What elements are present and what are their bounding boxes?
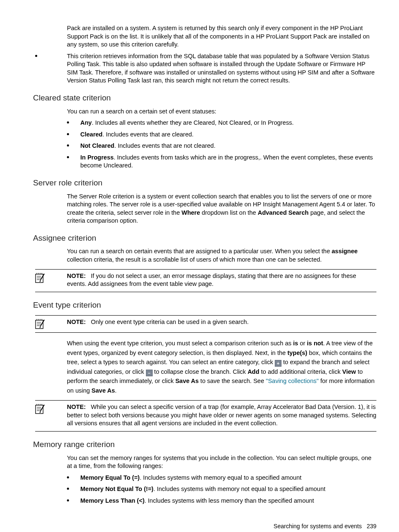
- bullet-icon: [67, 133, 69, 135]
- s3-paragraph: You can run a search on certain events t…: [67, 247, 376, 264]
- text: You can run a search on certain events t…: [67, 248, 332, 254]
- text: to add additional criteria, click: [259, 368, 342, 375]
- text-bold: assignee: [332, 248, 358, 254]
- definition: . Includes systems with less memory than…: [145, 497, 314, 504]
- page-number: 239: [367, 523, 376, 529]
- text: or: [298, 340, 307, 347]
- definition: . Includes all events whether they are C…: [92, 119, 294, 126]
- term: Cleared: [80, 131, 102, 138]
- svg-line-18: [40, 320, 44, 326]
- definition: . Includes events that are not cleared.: [114, 142, 215, 149]
- s1-lead: You can run a search on a certain set of…: [67, 108, 376, 116]
- text-bold: is: [293, 340, 298, 347]
- list-item: Memory Less Than (<). Includes systems w…: [67, 497, 376, 505]
- link-saving-collections[interactable]: "Saving collections": [266, 378, 319, 384]
- bullet-icon: [67, 499, 69, 501]
- definition: . Includes events from tasks which are i…: [80, 154, 373, 169]
- intro-paragraph-2: This criterion retrieves information fro…: [67, 52, 376, 85]
- term: Not Cleared: [80, 142, 114, 149]
- footer-title: Searching for systems and events: [274, 523, 362, 529]
- expand-icon: +: [275, 360, 281, 367]
- term: Any: [80, 119, 92, 126]
- term: Memory Equal To (=): [80, 474, 140, 481]
- text-bold: type(s): [287, 350, 307, 356]
- note-label: NOTE:: [67, 319, 86, 325]
- svg-line-28: [40, 405, 44, 411]
- definition: . Includes events that are cleared.: [102, 131, 194, 138]
- s4-paragraph: When using the event type criterion, you…: [67, 339, 376, 395]
- term: In Progress: [80, 154, 114, 161]
- text-bold: Where: [182, 209, 200, 216]
- bullet-icon: [67, 156, 69, 158]
- text: dropdown list on the: [200, 209, 258, 216]
- list-item: In Progress. Includes events from tasks …: [67, 154, 376, 170]
- definition: . Includes systems with memory equal to …: [140, 474, 302, 481]
- list-item: Cleared. Includes events that are cleare…: [67, 131, 376, 139]
- svg-marker-29: [39, 411, 41, 413]
- note-text: Only one event type criteria can be used…: [91, 319, 248, 325]
- text-bold: is not: [307, 340, 323, 347]
- s5-lead: You can set the memory ranges for system…: [67, 454, 376, 470]
- text: to collapse close the branch. Click: [153, 368, 248, 375]
- svg-marker-9: [39, 280, 41, 282]
- intro-bullet: This criterion retrieves information fro…: [35, 52, 376, 85]
- heading-event-type: Event type criterion: [33, 300, 376, 311]
- bullet-icon: [67, 476, 69, 478]
- note-icon: [35, 318, 55, 329]
- collapse-icon: –: [146, 370, 153, 376]
- text: When using the event type criterion, you…: [67, 340, 293, 347]
- s2-paragraph: The Server Role criterion is a system or…: [67, 193, 376, 225]
- term: Memory Less Than (<): [80, 497, 145, 504]
- text-bold: View: [342, 368, 356, 375]
- heading-server-role: Server role criterion: [33, 177, 376, 188]
- heading-cleared-state: Cleared state criterion: [33, 93, 376, 103]
- list-item: Any. Includes all events whether they ar…: [67, 119, 376, 127]
- list-item: Memory Equal To (=). Includes systems wi…: [67, 474, 376, 482]
- note-text: If you do not select a user, an error me…: [67, 272, 356, 288]
- heading-assignee: Assignee criterion: [33, 233, 376, 244]
- note-block: NOTE: Only one event type criteria can b…: [35, 315, 376, 333]
- text: to save the search. See: [199, 378, 266, 384]
- text: .: [115, 387, 117, 394]
- text-bold: Save As: [175, 378, 199, 384]
- list-item: Not Cleared. Includes events that are no…: [67, 142, 376, 150]
- text-bold: Save As: [92, 387, 115, 394]
- definition: . Includes systems with memory not equal…: [153, 486, 325, 492]
- bullet-icon: [67, 488, 69, 490]
- heading-memory-range: Memory range criterion: [33, 439, 376, 450]
- bullet-icon: [35, 55, 37, 57]
- list-item: Memory Not Equal To (!=). Includes syste…: [67, 485, 376, 493]
- note-label: NOTE:: [67, 272, 86, 279]
- bullet-icon: [67, 121, 69, 123]
- text-bold: Add: [248, 368, 259, 375]
- text-bold: Advanced Search: [258, 209, 309, 216]
- text: collection criteria, the result is a scr…: [67, 256, 322, 263]
- note-label: NOTE:: [67, 403, 86, 410]
- note-block: NOTE: While you can select a specific ve…: [35, 400, 376, 432]
- svg-marker-19: [39, 326, 41, 328]
- bullet-icon: [67, 144, 69, 146]
- intro-paragraph-1: Pack are installed on a system. A system…: [67, 24, 376, 49]
- page-footer: Searching for systems and events 239: [35, 522, 376, 530]
- note-text: While you can select a specific version …: [67, 403, 376, 427]
- svg-line-8: [40, 274, 44, 280]
- note-block: NOTE: If you do not select a user, an er…: [35, 269, 376, 292]
- note-icon: [35, 403, 55, 428]
- note-icon: [35, 272, 55, 288]
- term: Memory Not Equal To (!=): [80, 486, 153, 492]
